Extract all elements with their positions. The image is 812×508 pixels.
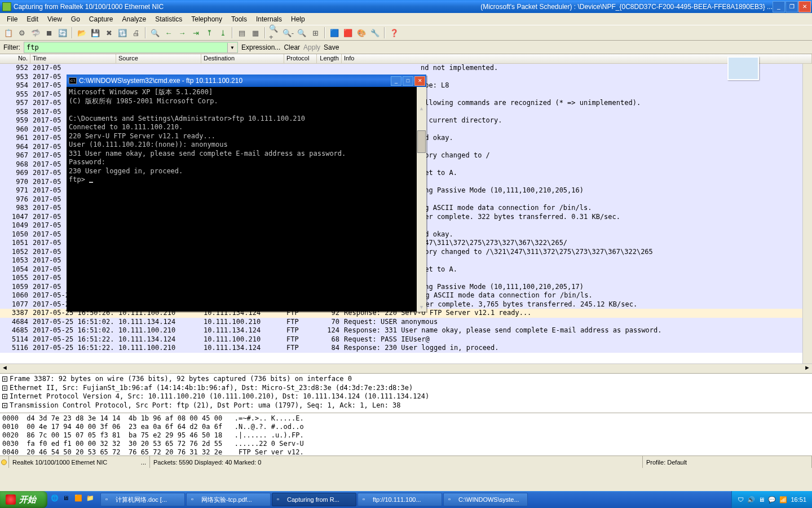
packet-bytes[interactable]: 0000 d4 3d 7e 23 d8 3e 14 14 4b 1b 96 af… (0, 413, 812, 456)
zoom-in-icon[interactable]: 🔍+ (268, 27, 281, 39)
menu-telephony[interactable]: Telephony (187, 14, 227, 24)
expression-button[interactable]: Expression... (241, 43, 280, 51)
expert-info-icon[interactable] (1, 459, 7, 465)
go-forward-icon[interactable]: → (176, 27, 188, 39)
coloring-rules-icon[interactable]: 🎨 (355, 27, 368, 39)
apply-button[interactable]: Apply (303, 43, 320, 51)
ie-icon[interactable]: 🌐 (51, 494, 61, 505)
stop-capture-icon[interactable]: ⏹ (43, 27, 55, 39)
windows-logo-icon (6, 494, 16, 505)
help-icon[interactable]: ❓ (388, 27, 400, 39)
column-headers[interactable]: No. Time Source Destination Protocol Len… (0, 54, 812, 64)
packet-details[interactable]: +Frame 3387: 92 bytes on wire (736 bits)… (0, 373, 812, 413)
tray-icon[interactable]: 🖥 (758, 496, 765, 503)
image-preview-icon[interactable] (727, 56, 759, 80)
wireshark-logo-icon (2, 2, 11, 11)
cmd-close-button[interactable]: ✕ (414, 76, 425, 86)
folder-icon[interactable]: 📁 (86, 494, 96, 505)
filter-input[interactable]: ftp▼ (24, 42, 238, 53)
cmd-minimize-button[interactable]: _ (391, 76, 401, 86)
reload-icon[interactable]: 🔃 (116, 27, 129, 39)
capture-filters-icon[interactable]: 🟦 (328, 27, 341, 39)
colorize-icon[interactable]: ▤ (236, 27, 248, 39)
tray-icon[interactable]: 💬 (768, 496, 776, 503)
table-row[interactable]: 51162017-05-25 16:51:22.10.111.100.21010… (0, 344, 812, 353)
menu-internals[interactable]: Internals (251, 14, 286, 24)
taskbar[interactable]: 开始 🌐 🖥 🟧 📁 ▫计算机网络.doc [...▫网络实验-tcp.pdf.… (0, 491, 812, 508)
table-row[interactable]: 9522017-05nd not implemented. (0, 64, 812, 73)
display-filters-icon[interactable]: 🟥 (342, 27, 354, 39)
clear-button[interactable]: Clear (284, 43, 300, 51)
resize-cols-icon[interactable]: ⊞ (309, 27, 321, 39)
save-filter-button[interactable]: Save (324, 43, 339, 51)
detail-item[interactable]: +Internet Protocol Version 4, Src: 10.11… (2, 392, 810, 401)
save-icon[interactable]: 💾 (89, 27, 102, 39)
cmd-window[interactable]: c:\ C:\WINDOWS\system32\cmd.exe - ftp 10… (67, 75, 426, 312)
maximize-button[interactable]: ❐ (785, 1, 798, 12)
table-row[interactable]: 51142017-05-25 16:51:22.10.111.134.12410… (0, 335, 812, 344)
taskbar-item[interactable]: ▫C:\WINDOWS\syste... (443, 493, 528, 506)
menu-tools[interactable]: Tools (227, 14, 251, 24)
cmd-title: C:\WINDOWS\system32\cmd.exe - ftp 10.111… (79, 77, 242, 85)
print-icon[interactable]: 🖨 (130, 27, 142, 39)
detail-item[interactable]: +Frame 3387: 92 bytes on wire (736 bits)… (2, 375, 810, 384)
clock[interactable]: 16:51 (791, 496, 806, 503)
cmd-maximize-button[interactable]: □ (403, 76, 413, 86)
taskbar-item[interactable]: ▫Capturing from R... (272, 493, 356, 506)
minimize-button[interactable]: _ (773, 1, 785, 12)
menu-help[interactable]: Help (286, 14, 310, 24)
detail-item[interactable]: +Ethernet II, Src: FujianSt_1b:96:af (14… (2, 384, 810, 393)
tray-icon[interactable]: 🔊 (747, 496, 755, 503)
status-packets: Packets: 5590 Displayed: 40 Marked: 0 (150, 456, 643, 468)
cmd-titlebar[interactable]: c:\ C:\WINDOWS\system32\cmd.exe - ftp 10… (67, 75, 426, 87)
wireshark-titlebar[interactable]: Capturing from Realtek 10/100/1000 Ether… (0, 0, 812, 13)
go-first-icon[interactable]: ⤒ (203, 27, 215, 39)
menu-statistics[interactable]: Statistics (151, 14, 187, 24)
window-title-left: Capturing from Realtek 10/100/1000 Ether… (14, 3, 164, 11)
start-button[interactable]: 开始 (0, 491, 47, 508)
auto-scroll-icon[interactable]: ▦ (249, 27, 262, 39)
quick-launch: 🌐 🖥 🟧 📁 (51, 494, 96, 505)
menu-analyze[interactable]: Analyze (118, 14, 151, 24)
filter-bar: Filter: ftp▼ Expression... Clear Apply S… (0, 41, 812, 54)
cmd-body[interactable]: Microsoft Windows XP [版本 5.1.2600](C) 版权… (67, 87, 426, 312)
table-row[interactable]: 46852017-05-25 16:51:02.10.111.100.21010… (0, 326, 812, 335)
menu-edit[interactable]: Edit (22, 14, 43, 24)
go-to-icon[interactable]: ⇥ (189, 27, 202, 39)
menubar: File Edit View Go Capture Analyze Statis… (0, 13, 812, 25)
options-icon[interactable]: ⚙ (16, 27, 28, 39)
tray-icon[interactable]: 🛡 (738, 496, 744, 503)
desktop-icon[interactable]: 🖥 (63, 494, 73, 505)
close-button[interactable]: ✕ (798, 1, 811, 12)
window-title-right: (Microsoft's Packet Scheduler) : \Device… (480, 3, 773, 11)
close-file-icon[interactable]: ✖ (103, 27, 115, 39)
interfaces-icon[interactable]: 📋 (2, 27, 15, 39)
taskbar-item[interactable]: ▫网络实验-tcp.pdf... (186, 493, 271, 506)
find-icon[interactable]: 🔍 (149, 27, 161, 39)
status-profile: Profile: Default (643, 456, 812, 468)
start-capture-icon[interactable]: 🦈 (29, 27, 42, 39)
open-icon[interactable]: 📂 (76, 27, 88, 39)
detail-item[interactable]: +Transmission Control Protocol, Src Port… (2, 401, 810, 410)
filter-label: Filter: (3, 43, 20, 51)
vertical-scrollbar[interactable] (802, 64, 812, 364)
chevron-down-icon[interactable]: ▼ (227, 43, 237, 52)
menu-file[interactable]: File (2, 14, 22, 24)
system-tray[interactable]: 🛡 🔊 🖥 💬 📶 16:51 (731, 491, 812, 508)
taskbar-item[interactable]: ▫计算机网络.doc [... (100, 493, 185, 506)
preferences-icon[interactable]: 🔧 (369, 27, 381, 39)
restart-capture-icon[interactable]: 🔄 (56, 27, 69, 39)
menu-view[interactable]: View (43, 14, 67, 24)
menu-go[interactable]: Go (67, 14, 85, 24)
taskbar-item[interactable]: ▫ftp://10.111.100... (358, 493, 442, 506)
app-icon[interactable]: 🟧 (74, 494, 85, 505)
toolbar: 📋 ⚙ 🦈 ⏹ 🔄 📂 💾 ✖ 🔃 🖨 🔍 ← → ⇥ ⤒ ⤓ ▤ ▦ 🔍+ 🔍… (0, 25, 812, 41)
tray-icon[interactable]: 📶 (779, 496, 787, 503)
go-last-icon[interactable]: ⤓ (217, 27, 229, 39)
horizontal-scrollbar[interactable]: ◄► (0, 364, 812, 373)
zoom-out-icon[interactable]: 🔍- (282, 27, 294, 39)
menu-capture[interactable]: Capture (85, 14, 118, 24)
table-row[interactable]: 46842017-05-25 16:51:02.10.111.134.12410… (0, 318, 812, 327)
zoom-reset-icon[interactable]: 🔍 (295, 27, 308, 39)
go-back-icon[interactable]: ← (162, 27, 175, 39)
